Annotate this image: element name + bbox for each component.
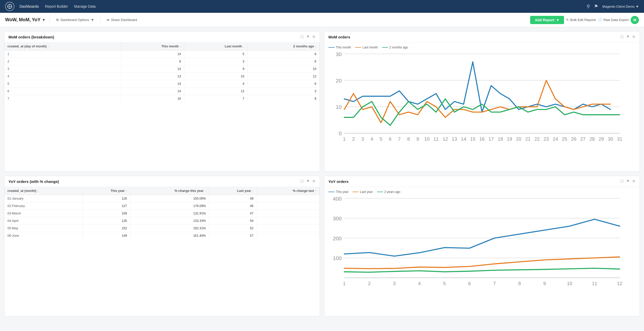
table-row: 03-March109131.91%47 <box>4 210 320 217</box>
svg-text:26: 26 <box>571 136 577 142</box>
pin-icon[interactable]: ⚑ <box>306 179 310 184</box>
svg-text:4: 4 <box>370 136 373 142</box>
help-icon[interactable]: ⚑ <box>594 4 598 9</box>
nav-right: ⚲ ⚑ Magento Client Demo ▼ <box>587 4 639 9</box>
col-pct-last-year[interactable]: % change last↕ <box>257 187 319 195</box>
yoy-chart-panel: YoY orders ⓘ ⚑ ⚙ This year Last year <box>324 176 640 316</box>
svg-text:3: 3 <box>361 136 364 142</box>
svg-text:300: 300 <box>333 215 341 221</box>
legend-this-year: This year <box>328 190 348 194</box>
info-icon[interactable]: ⓘ <box>300 179 304 184</box>
info-icon[interactable]: ⓘ <box>620 179 624 184</box>
table-row: 4131012 <box>4 73 320 80</box>
yoy-table-actions: ⓘ ⚑ ⚙ <box>300 179 316 184</box>
svg-text:13: 13 <box>452 136 457 142</box>
add-report-button[interactable]: Add Report ▼ <box>530 16 564 24</box>
info-icon[interactable]: ⓘ <box>300 35 304 39</box>
main-content: MoM orders (breakdown) ⓘ ⚑ ⚙ created_at … <box>0 27 644 320</box>
svg-text:0: 0 <box>339 130 341 136</box>
logo <box>5 2 14 11</box>
export-icon: 📄 <box>598 18 602 22</box>
mom-table-wrapper: created_at (day of month)↕ This month↕ L… <box>4 43 320 102</box>
svg-text:11: 11 <box>592 281 597 286</box>
svg-text:17: 17 <box>488 136 494 142</box>
info-icon[interactable]: ⓘ <box>620 35 624 39</box>
svg-text:27: 27 <box>580 136 586 142</box>
gear-icon: ⚙ <box>56 18 59 22</box>
mom-chart-legend: This month Last month 2 months ago <box>328 46 636 49</box>
col-this-month[interactable]: This month↕ <box>121 43 184 50</box>
svg-text:22: 22 <box>534 136 540 142</box>
bulk-edit-button[interactable]: ✎ Bulk Edit Reports <box>566 18 596 22</box>
table-row: 614123 <box>4 88 320 95</box>
svg-text:25: 25 <box>562 136 567 142</box>
table-row: 51446 <box>4 80 320 88</box>
yoy-table-header: YoY orders (with % change) ⓘ ⚑ ⚙ <box>4 176 320 187</box>
settings-icon[interactable]: ⚙ <box>632 179 636 184</box>
mom-table-title: MoM orders (breakdown) <box>8 35 54 39</box>
dashboard-options-button[interactable]: ⚙ Dashboard Options ▼ <box>54 17 96 23</box>
settings-icon[interactable]: ⚙ <box>312 35 316 39</box>
svg-text:1: 1 <box>343 281 346 286</box>
separator <box>49 17 50 23</box>
nav-dashboards[interactable]: Dashboards <box>19 4 39 8</box>
svg-text:5: 5 <box>380 136 382 142</box>
chevron-down-icon: ▼ <box>91 18 94 22</box>
svg-text:5: 5 <box>443 281 446 286</box>
table-row: 04-April126133.33%54 <box>4 217 320 225</box>
mom-chart-panel: MoM orders ⓘ ⚑ ⚙ This month Last month <box>324 31 640 172</box>
svg-text:14: 14 <box>461 136 466 142</box>
col-pct-this-year[interactable]: % change this year↕ <box>130 187 209 195</box>
yoy-table: created_at (month)↕ This year↕ % change … <box>4 187 320 239</box>
edit-icon: ✎ <box>566 18 569 22</box>
mom-chart-wrapper: This month Last month 2 months ago 01020… <box>324 43 640 171</box>
col-last-month[interactable]: Last month↕ <box>184 43 247 50</box>
svg-text:200: 200 <box>333 235 341 241</box>
separator-2 <box>100 17 100 23</box>
pin-icon[interactable]: ⚑ <box>626 35 630 39</box>
svg-text:6: 6 <box>468 281 471 286</box>
nav-manage-data[interactable]: Manage Data <box>74 4 96 8</box>
yoy-chart-legend: This year Last year 2 years ago <box>328 190 636 194</box>
raw-data-export-button[interactable]: 📄 Raw Data Export <box>598 18 629 22</box>
svg-text:23: 23 <box>544 136 549 142</box>
col-last-year[interactable]: Last year↕ <box>209 187 257 195</box>
pin-icon[interactable]: ⚑ <box>626 179 630 184</box>
add-report-chevron-icon: ▼ <box>556 18 559 22</box>
share-icon: ➥ <box>107 18 109 22</box>
pin-icon[interactable]: ⚑ <box>306 35 310 39</box>
mom-chart-title: MoM orders <box>328 35 350 39</box>
svg-text:21: 21 <box>525 136 531 142</box>
dashboard-title[interactable]: WoW, MoM, YoY ▼ <box>5 17 45 23</box>
share-dashboard-button[interactable]: ➥ Share Dashboard <box>105 17 139 23</box>
yoy-chart-actions: ⓘ ⚑ ⚙ <box>620 179 636 184</box>
title-chevron-icon: ▼ <box>42 18 45 22</box>
table-row: 01-January120150.00%48 <box>4 195 320 202</box>
svg-text:24: 24 <box>553 136 558 142</box>
svg-text:7: 7 <box>398 136 401 142</box>
col-this-year[interactable]: This year↕ <box>83 187 130 195</box>
col-two-months-ago[interactable]: 2 months ago↕ <box>247 43 319 50</box>
mom-table: created_at (day of month)↕ This month↕ L… <box>4 43 320 102</box>
col-day[interactable]: created_at (day of month)↕ <box>4 43 121 50</box>
search-icon[interactable]: ⚲ <box>587 4 590 9</box>
mom-line-chart: 0102030123456789101112131415161718192021… <box>328 51 636 168</box>
yoy-table-wrapper: created_at (month)↕ This year↕ % change … <box>4 187 320 239</box>
svg-text:18: 18 <box>498 136 503 142</box>
yoy-table-panel: YoY orders (with % change) ⓘ ⚑ ⚙ created… <box>4 176 320 316</box>
col-month[interactable]: created_at (month)↕ <box>4 187 83 195</box>
yoy-line-chart: 100200300400123456789101112 <box>328 196 636 312</box>
yoy-chart-title: YoY orders <box>328 179 349 184</box>
legend-last-year: Last year <box>353 190 373 194</box>
svg-text:6: 6 <box>389 136 391 142</box>
toolbar-right: Add Report ▼ ✎ Bulk Edit Reports 📄 Raw D… <box>530 16 639 24</box>
user-menu[interactable]: Magento Client Demo ▼ <box>602 5 639 8</box>
svg-text:11: 11 <box>434 136 439 142</box>
svg-text:4: 4 <box>418 281 421 286</box>
svg-text:100: 100 <box>333 255 341 261</box>
nav-report-builder[interactable]: Report Builder <box>45 4 68 8</box>
settings-icon[interactable]: ⚙ <box>632 35 636 39</box>
svg-text:28: 28 <box>589 136 595 142</box>
settings-icon[interactable]: ⚙ <box>312 179 316 184</box>
svg-text:31: 31 <box>617 136 622 142</box>
